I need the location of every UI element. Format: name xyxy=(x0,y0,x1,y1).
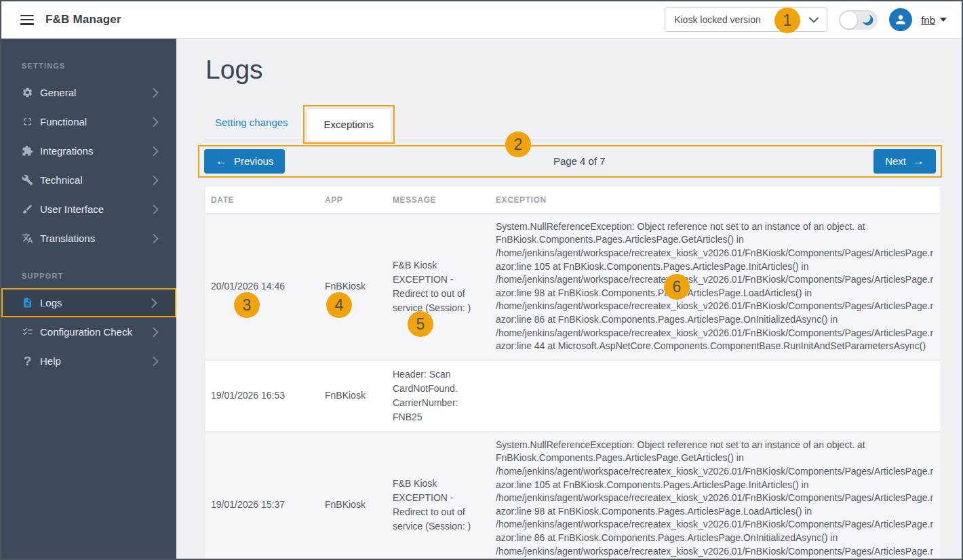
fullscreen-icon xyxy=(22,116,33,127)
version-select[interactable]: Kiosk locked version xyxy=(665,7,827,32)
pagination-bar: ← Previous Page 4 of 7 Next → xyxy=(198,145,942,178)
user-menu[interactable]: fnb xyxy=(921,14,947,26)
col-header-app: APP xyxy=(319,186,387,214)
page-title: Logs xyxy=(205,55,962,85)
col-header-date: DATE xyxy=(205,186,319,214)
cell-app: FnBKiosk xyxy=(319,360,387,431)
sidebar-item-integrations[interactable]: Integrations xyxy=(1,136,176,165)
user-avatar[interactable] xyxy=(889,8,912,31)
tab-exceptions[interactable]: Exceptions xyxy=(307,108,391,140)
callout-4: 4 xyxy=(326,292,352,318)
arrow-right-icon: → xyxy=(913,155,924,167)
exceptions-table: DATE APP MESSAGE EXCEPTION 20/01/2026 14… xyxy=(205,186,940,560)
callout-2: 2 xyxy=(505,132,531,157)
sidebar-item-label: Configuration Check xyxy=(40,326,132,338)
document-icon xyxy=(22,297,33,308)
sidebar-item-technical[interactable]: Technical xyxy=(1,165,176,195)
sidebar-item-general[interactable]: General xyxy=(1,78,176,107)
app-window: F&B Manager Kiosk locked version fnb SET… xyxy=(0,0,963,560)
wrench-icon xyxy=(22,174,33,186)
cell-exception xyxy=(490,360,940,431)
cell-message: F&B Kiosk EXCEPTION - Redirect to out of… xyxy=(387,431,490,560)
cell-message: Header: Scan CardNotFound. CarrierNumber… xyxy=(387,360,490,431)
sidebar-item-logs[interactable]: Logs xyxy=(1,288,176,317)
paintbrush-icon xyxy=(22,203,33,215)
annotation-box-exceptions-tab: Exceptions xyxy=(303,105,395,144)
table-header-row: DATE APP MESSAGE EXCEPTION xyxy=(205,186,940,214)
sidebar-item-label: Logs xyxy=(40,297,62,308)
cell-date: 19/01/2026 15:37 xyxy=(205,431,319,560)
sidebar-item-functional[interactable]: Functional xyxy=(1,107,176,136)
table-row: 19/01/2026 15:37 FnBKiosk F&B Kiosk EXCE… xyxy=(205,431,940,560)
sidebar-item-configuration-check[interactable]: Configuration Check xyxy=(1,317,176,346)
version-select-value: Kiosk locked version xyxy=(674,14,761,25)
arrow-left-icon: ← xyxy=(216,155,227,167)
sidebar-section-settings: SETTINGS xyxy=(1,39,176,78)
checklist-icon xyxy=(22,326,33,338)
cell-exception: System.NullReferenceException: Object re… xyxy=(490,213,940,360)
col-header-exception: EXCEPTION xyxy=(490,186,940,214)
toggle-knob xyxy=(840,11,858,29)
header-actions: Kiosk locked version fnb xyxy=(665,7,947,32)
callout-5: 5 xyxy=(408,311,433,337)
gear-icon xyxy=(22,87,33,98)
tab-setting-changes[interactable]: Setting changes xyxy=(205,105,298,140)
user-name: fnb xyxy=(921,14,935,26)
top-header: F&B Manager Kiosk locked version fnb xyxy=(1,1,962,39)
sidebar-item-label: General xyxy=(40,87,76,98)
tab-bar: Setting changes Exceptions xyxy=(205,105,944,140)
sidebar-item-label: Translations xyxy=(40,233,95,244)
chevron-right-icon xyxy=(153,234,159,243)
sidebar-item-user-interface[interactable]: User Interface xyxy=(1,195,176,224)
col-header-message: MESSAGE xyxy=(387,186,490,214)
chevron-right-icon xyxy=(153,205,159,214)
callout-3: 3 xyxy=(234,292,260,318)
cell-date: 20/01/2026 14:46 xyxy=(205,213,319,360)
chevron-right-icon xyxy=(153,88,159,98)
callout-1: 1 xyxy=(774,7,800,33)
sidebar-item-label: Functional xyxy=(40,116,87,127)
chevron-right-icon xyxy=(153,327,159,337)
caret-down-icon xyxy=(940,18,947,22)
chevron-right-icon xyxy=(153,117,159,127)
next-button[interactable]: Next → xyxy=(873,149,936,174)
page-status: Page 4 of 7 xyxy=(285,155,873,167)
moon-icon xyxy=(861,14,874,26)
sidebar-item-help[interactable]: ? Help xyxy=(1,346,176,376)
sidebar-item-label: Technical xyxy=(40,174,83,186)
sidebar-section-support: SUPPORT xyxy=(1,253,176,288)
main-content: Logs Setting changes Exceptions ← Previo… xyxy=(176,39,962,560)
app-title: F&B Manager xyxy=(45,13,121,26)
table-row: 19/01/2026 16:53 FnBKiosk Header: Scan C… xyxy=(205,360,940,431)
chevron-down-icon xyxy=(809,17,819,23)
sidebar: SETTINGS General Functional Integrations… xyxy=(1,39,176,560)
sidebar-item-label: User Interface xyxy=(40,203,104,215)
chevron-right-icon xyxy=(151,298,157,308)
sidebar-item-label: Help xyxy=(40,355,61,367)
chevron-right-icon xyxy=(153,146,159,156)
chevron-right-icon xyxy=(153,357,159,366)
cell-message: F&B Kiosk EXCEPTION - Redirect to out of… xyxy=(387,213,490,360)
sidebar-item-translations[interactable]: Translations xyxy=(1,224,176,253)
callout-6: 6 xyxy=(664,274,690,300)
cell-date: 19/01/2026 16:53 xyxy=(205,360,319,431)
cell-app: FnBKiosk xyxy=(319,213,387,360)
sidebar-item-label: Integrations xyxy=(40,145,93,157)
cell-app: FnBKiosk xyxy=(319,431,387,560)
translate-icon xyxy=(22,233,33,244)
theme-toggle[interactable] xyxy=(839,10,878,30)
chevron-right-icon xyxy=(153,176,159,185)
question-icon: ? xyxy=(22,355,33,367)
person-icon xyxy=(894,13,907,26)
previous-button[interactable]: ← Previous xyxy=(204,149,285,174)
menu-icon[interactable] xyxy=(20,15,34,25)
cell-exception: System.NullReferenceException: Object re… xyxy=(490,431,940,560)
table-row: 20/01/2026 14:46 FnBKiosk F&B Kiosk EXCE… xyxy=(205,213,940,360)
puzzle-icon xyxy=(22,145,33,157)
